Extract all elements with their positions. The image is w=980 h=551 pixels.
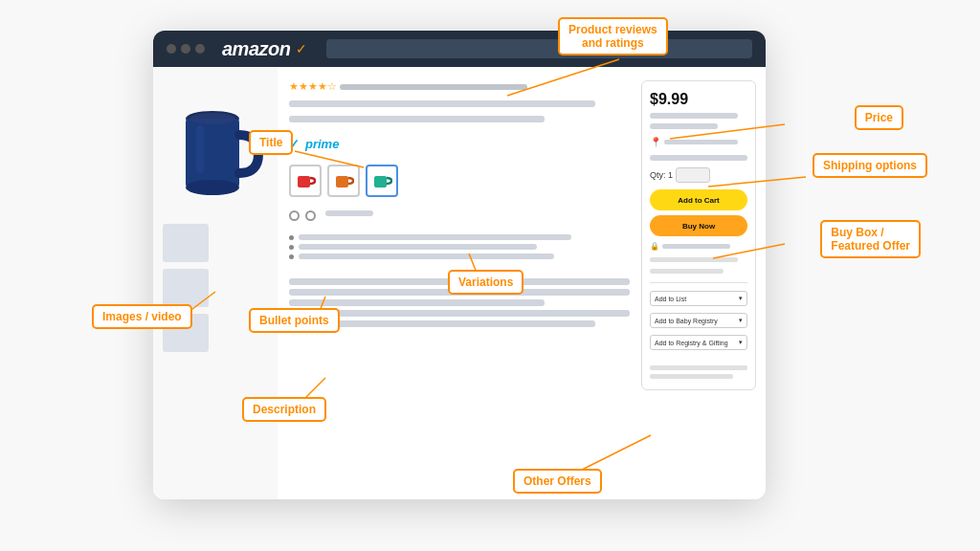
bullet-3 (289, 253, 630, 259)
desc-line-4 (289, 310, 630, 317)
price-display: $9.99 (650, 91, 747, 108)
rating-count-line (340, 84, 527, 90)
baby-registry-chevron: ▾ (739, 317, 743, 324)
qty-row[interactable]: Qty: 1 (650, 167, 747, 183)
orange-mug-icon (333, 170, 354, 191)
annotation-images-text: Images / video (102, 310, 182, 323)
title-line-2 (289, 116, 545, 122)
desc-line-3 (289, 299, 545, 306)
bullets-section (289, 234, 630, 263)
dot-3 (195, 44, 205, 54)
add-baby-registry-button[interactable]: Add to Baby Registry ▾ (650, 313, 747, 328)
buy-now-button[interactable]: Buy Now (650, 215, 747, 236)
location-line (664, 140, 738, 144)
annotation-other-offers-text: Other Offers (523, 474, 591, 488)
prime-row: ✓ prime (289, 137, 630, 151)
svg-rect-6 (336, 176, 348, 187)
location-row: 📍 (650, 137, 747, 147)
add-to-cart-button[interactable]: Add to Cart (650, 189, 747, 210)
annotation-shipping-text: Shipping options (823, 159, 917, 172)
radio-1[interactable] (289, 210, 300, 221)
browser-url-bar[interactable] (326, 39, 752, 58)
secure-row: 🔒 (650, 242, 747, 251)
svg-rect-7 (374, 176, 387, 187)
variations-row[interactable] (289, 165, 630, 197)
browser-dots (167, 44, 205, 54)
browser-toolbar: amazon ✓ (153, 31, 766, 67)
amazon-logo-text: amazon (222, 38, 290, 60)
other-offers-section (650, 364, 747, 380)
annotation-variations: Variations (448, 270, 523, 295)
annotation-reviews-text: Product reviewsand ratings (568, 23, 657, 50)
bullet-2 (289, 244, 630, 250)
registry-gifting-chevron: ▾ (739, 339, 743, 346)
add-to-list-chevron: ▾ (739, 295, 743, 302)
add-baby-registry-label: Add to Baby Registry (655, 318, 718, 324)
variation-red[interactable] (289, 165, 322, 197)
title-line-1 (289, 100, 595, 107)
amazon-logo: amazon ✓ (222, 38, 307, 60)
bullet-text-2 (299, 244, 537, 250)
browser-window: amazon ✓ (153, 31, 766, 499)
radio-label-line (325, 210, 373, 216)
svg-rect-5 (298, 176, 310, 187)
radio-2[interactable] (305, 210, 316, 221)
add-to-list-button[interactable]: Add to List ▾ (650, 291, 747, 306)
shipping-line-2 (650, 123, 718, 129)
svg-point-3 (189, 113, 235, 124)
variation-teal[interactable] (366, 165, 398, 197)
annotation-shipping: Shipping options (813, 153, 927, 178)
red-mug-icon (295, 170, 316, 191)
box-divider (650, 282, 747, 283)
bullet-dot-1 (289, 235, 294, 240)
annotation-other-offers: Other Offers (513, 469, 602, 494)
add-registry-gifting-button[interactable]: Add to Registry & Gifting ▾ (650, 335, 747, 350)
ratings-row: ★★★★☆ (289, 80, 630, 93)
prime-text: prime (305, 137, 339, 151)
main-container: amazon ✓ (0, 0, 980, 551)
add-registry-gifting-label: Add to Registry & Gifting (655, 340, 728, 346)
annotation-buy-box: Buy Box /Featured Offer (820, 220, 921, 258)
annotation-description: Description (242, 397, 326, 422)
stars-icon: ★★★★☆ (289, 80, 337, 93)
qty-select[interactable] (676, 167, 710, 183)
location-icon: 📍 (650, 137, 661, 147)
annotation-title: Title (249, 130, 293, 155)
annotation-buybox-text: Buy Box /Featured Offer (831, 226, 910, 253)
radio-row (289, 210, 630, 221)
annotation-product-reviews: Product reviewsand ratings (558, 17, 668, 55)
annotation-description-text: Description (253, 403, 316, 416)
amazon-smile-icon: ✓ (296, 41, 307, 56)
other-offer-line-1 (650, 365, 747, 370)
secure-line-2 (650, 257, 738, 262)
other-offer-line-2 (650, 374, 733, 379)
qty-label: Qty: 1 (650, 170, 673, 180)
svg-point-2 (186, 180, 239, 195)
thumb-2[interactable] (163, 269, 209, 307)
dot-1 (167, 44, 176, 54)
variation-orange[interactable] (327, 165, 360, 197)
secure-line (662, 244, 730, 249)
annotation-price-text: Price (865, 111, 893, 124)
stock-line (650, 155, 747, 161)
buy-box: $9.99 📍 Qty: 1 Add to Cart Buy Now 🔒 (641, 80, 756, 390)
annotation-title-text: Title (259, 136, 282, 149)
annotation-bullets: Bullet points (249, 308, 340, 333)
annotation-bullets-text: Bullet points (259, 314, 329, 327)
annotation-images: Images / video (92, 304, 192, 329)
svg-rect-4 (196, 125, 204, 173)
bullet-text-3 (299, 253, 554, 259)
bullet-text-1 (299, 234, 571, 240)
teal-mug-icon (371, 170, 392, 191)
add-to-list-label: Add to List (655, 296, 686, 302)
bullet-1 (289, 234, 630, 240)
shipping-line-1 (650, 113, 738, 119)
bullet-dot-2 (289, 245, 294, 250)
svg-rect-1 (186, 119, 239, 187)
annotation-variations-text: Variations (458, 276, 513, 289)
dot-2 (181, 44, 190, 54)
thumb-1[interactable] (163, 224, 209, 262)
secure-line-3 (650, 269, 724, 274)
bullet-dot-3 (289, 254, 294, 259)
lock-icon: 🔒 (650, 242, 659, 251)
